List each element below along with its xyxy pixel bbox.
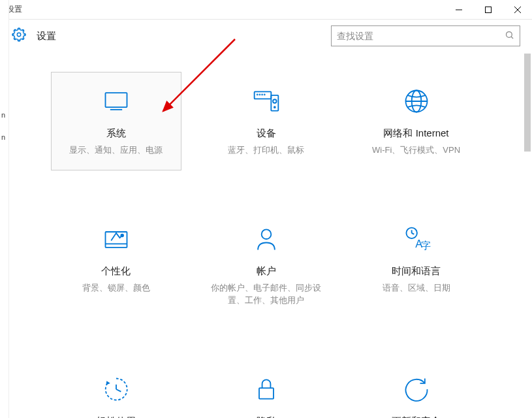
tile-title: 时间和语言 (392, 265, 441, 278)
tile-title: 设备 (257, 127, 276, 140)
maximize-button[interactable] (473, 0, 503, 20)
tile-accounts[interactable]: 帐户 你的帐户、电子邮件、同步设置、工作、其他用户 (201, 210, 332, 321)
tile-desc: 显示、通知、应用、电源 (69, 144, 163, 157)
search-input[interactable] (337, 31, 505, 41)
svg-rect-7 (105, 93, 127, 107)
window-controls (444, 0, 532, 20)
tile-title: 轻松使用 (97, 415, 136, 419)
svg-point-15 (273, 99, 277, 103)
svg-line-6 (511, 37, 513, 39)
gear-icon (12, 27, 26, 44)
svg-point-16 (274, 106, 275, 108)
minimize-icon (456, 7, 462, 13)
personalization-icon (101, 223, 132, 255)
svg-point-5 (507, 31, 512, 37)
svg-line-31 (116, 389, 121, 392)
tile-title: 更新和安全 (392, 415, 441, 419)
tile-update-security[interactable]: 更新和安全 Windows 更新、恢 (351, 360, 482, 419)
tile-title: 帐户 (257, 265, 276, 278)
tile-title: 个性化 (101, 265, 131, 278)
maximize-icon (485, 7, 492, 13)
svg-line-26 (411, 233, 414, 234)
left-edge-artifact: n n (0, 0, 9, 418)
close-icon (514, 7, 521, 13)
minimize-button[interactable] (444, 0, 473, 20)
search-box[interactable] (331, 25, 520, 46)
devices-icon (251, 86, 282, 117)
svg-rect-20 (105, 232, 127, 248)
svg-point-12 (262, 94, 262, 95)
tile-desc: 你的帐户、电子邮件、同步设置、工作、其他用户 (208, 281, 324, 307)
tile-desc: Wi-Fi、飞行模式、VPN (372, 144, 460, 157)
header: 设置 (0, 20, 532, 52)
tile-time-language[interactable]: A 字 时间和语言 语音、区域、日期 (351, 210, 482, 321)
svg-point-13 (264, 94, 264, 95)
page-title: 设置 (37, 30, 56, 42)
globe-icon (401, 86, 432, 117)
tile-network[interactable]: 网络和 Internet Wi-Fi、飞行模式、VPN (351, 72, 482, 170)
tile-ease-of-access[interactable]: 轻松使用 讲述人、放大镜、高对 (51, 360, 181, 419)
tile-title: 网络和 Internet (383, 127, 448, 140)
system-icon (101, 86, 132, 117)
tile-title: 系统 (106, 127, 126, 140)
update-icon (401, 374, 432, 405)
search-icon (505, 30, 514, 42)
tile-desc: 背景、锁屏、颜色 (82, 281, 150, 295)
svg-text:字: 字 (421, 240, 431, 250)
titlebar: 设置 (0, 0, 532, 20)
tile-privacy[interactable]: 隐私 位置、相机 (201, 360, 332, 419)
svg-point-10 (257, 94, 257, 95)
svg-rect-1 (485, 7, 491, 12)
svg-point-23 (261, 229, 271, 239)
tile-personalization[interactable]: 个性化 背景、锁屏、颜色 (51, 210, 181, 321)
tile-title: 隐私 (257, 415, 276, 419)
tile-desc: 蓝牙、打印机、鼠标 (228, 144, 304, 157)
svg-point-11 (259, 94, 260, 95)
time-language-icon: A 字 (401, 223, 432, 255)
privacy-icon (251, 374, 282, 405)
tile-system[interactable]: 系统 显示、通知、应用、电源 (51, 72, 181, 170)
accounts-icon (251, 223, 282, 255)
svg-rect-32 (259, 388, 274, 399)
svg-point-4 (17, 33, 21, 37)
ease-of-access-icon (101, 374, 132, 405)
tile-devices[interactable]: 设备 蓝牙、打印机、鼠标 (201, 72, 332, 170)
tile-desc: 语音、区域、日期 (383, 281, 450, 295)
settings-grid: 系统 显示、通知、应用、电源 设备 蓝牙、打印机、鼠标 (39, 72, 493, 418)
close-button[interactable] (503, 0, 532, 20)
window-title: 设置 (7, 4, 444, 15)
content: 系统 显示、通知、应用、电源 设备 蓝牙、打印机、鼠标 (0, 52, 532, 418)
svg-marker-29 (106, 381, 110, 385)
scrollbar-thumb[interactable] (524, 54, 531, 152)
svg-point-22 (121, 234, 123, 236)
